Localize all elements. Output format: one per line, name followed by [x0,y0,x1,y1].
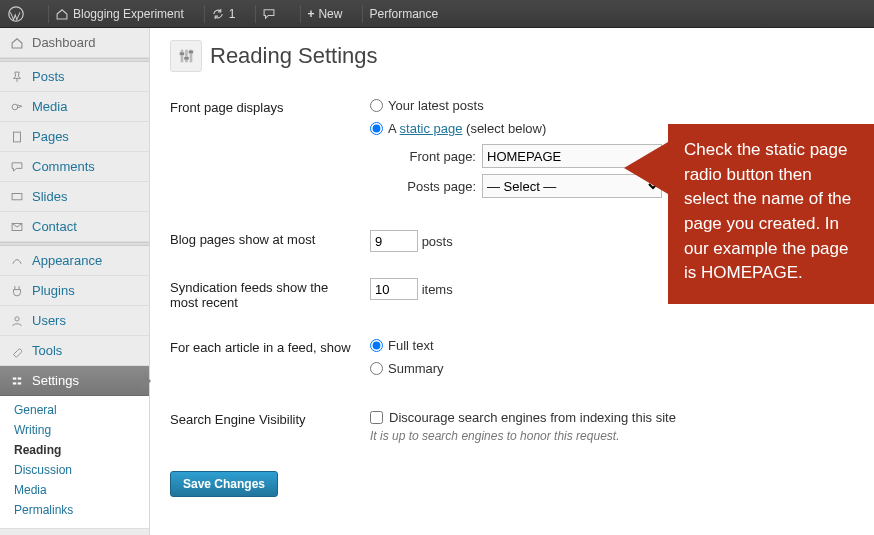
tools-icon [10,344,24,358]
svg-point-5 [15,316,19,320]
sidebar-item-label: Dashboard [32,35,96,50]
plus-icon: + [307,7,314,21]
admin-sidebar: Dashboard Posts Media Pages Comments Sli… [0,28,150,535]
refresh-icon [211,7,225,21]
svg-rect-6 [13,377,16,379]
content-area: Reading Settings Front page displays You… [150,28,874,535]
blog-pages-input[interactable] [370,230,418,252]
dashboard-icon [10,36,24,50]
sidebar-item-plugins[interactable]: Plugins [0,276,149,306]
sidebar-item-users[interactable]: Users [0,306,149,336]
performance-link[interactable]: Performance [369,7,438,21]
blog-pages-unit: posts [422,234,453,249]
annotation-callout: Check the static page radio button then … [668,124,874,304]
sidebar-item-label: Pages [32,129,69,144]
sidebar-item-label: Settings [32,373,79,388]
svg-rect-9 [18,382,22,384]
sub-general[interactable]: General [0,400,149,420]
row-label-feed-show: For each article in a feed, show [170,330,370,402]
sidebar-item-slides[interactable]: Slides [0,182,149,212]
sub-permalinks[interactable]: Permalinks [0,500,149,520]
settings-submenu: General Writing Reading Discussion Media… [0,396,149,529]
sidebar-item-appearance[interactable]: Appearance [0,246,149,276]
sidebar-item-label: Tools [32,343,62,358]
sidebar-item-label: Users [32,313,66,328]
sliders-icon [170,40,202,72]
sidebar-item-settings[interactable]: Settings [0,366,149,396]
svg-rect-11 [185,50,188,63]
comments-link[interactable] [262,7,280,21]
sub-reading[interactable]: Reading [0,440,149,460]
sub-writing[interactable]: Writing [0,420,149,440]
admin-bar: Blogging Experiment 1 + New Performance [0,0,874,28]
wp-logo[interactable] [8,6,28,22]
sidebar-item-dashboard[interactable]: Dashboard [0,28,149,58]
callout-text: Check the static page radio button then … [684,140,851,282]
sub-discussion[interactable]: Discussion [0,460,149,480]
page-icon [10,130,24,144]
front-page-select-label: Front page: [386,149,476,164]
wordpress-icon [8,6,24,22]
posts-page-select-label: Posts page: [386,179,476,194]
sidebar-item-tools[interactable]: Tools [0,336,149,366]
sidebar-item-pages[interactable]: Pages [0,122,149,152]
sidebar-item-label: Media [32,99,67,114]
slides-icon [10,190,24,204]
radio-full-label: Full text [388,338,434,353]
sev-checkbox[interactable] [370,411,383,424]
sidebar-item-comments[interactable]: Comments [0,152,149,182]
new-label: New [318,7,342,21]
svg-rect-15 [189,51,194,54]
settings-icon [10,374,24,388]
syndication-input[interactable] [370,278,418,300]
row-label-blog-pages: Blog pages show at most [170,222,370,270]
radio-summary-label: Summary [388,361,444,376]
sidebar-item-media[interactable]: Media [0,92,149,122]
syndication-unit: items [422,282,453,297]
svg-rect-10 [181,50,184,63]
home-icon [55,7,69,21]
static-page-link[interactable]: static page [400,121,463,136]
pin-icon [10,70,24,84]
performance-label: Performance [369,7,438,21]
svg-rect-7 [18,377,22,379]
svg-rect-8 [13,382,16,384]
radio-static-page[interactable] [370,122,383,135]
radio-full-text[interactable] [370,339,383,352]
comment-icon [10,160,24,174]
row-label-syndication: Syndication feeds show the most recent [170,270,370,330]
row-label-sev: Search Engine Visibility [170,402,370,461]
sidebar-item-label: Appearance [32,253,102,268]
save-button[interactable]: Save Changes [170,471,278,497]
sidebar-item-contact[interactable]: Contact [0,212,149,242]
users-icon [10,314,24,328]
radio-summary[interactable] [370,362,383,375]
updates-count: 1 [229,7,236,21]
sidebar-item-label: Plugins [32,283,75,298]
svg-rect-14 [184,57,189,60]
row-label-front-page: Front page displays [170,90,370,222]
site-name-label: Blogging Experiment [73,7,184,21]
svg-rect-2 [14,132,21,142]
svg-rect-3 [12,193,22,199]
site-name-link[interactable]: Blogging Experiment [55,7,184,21]
sev-checkbox-label: Discourage search engines from indexing … [389,410,676,425]
svg-point-1 [12,104,18,110]
svg-rect-13 [180,52,185,55]
page-title-text: Reading Settings [210,43,378,69]
radio-latest-posts[interactable] [370,99,383,112]
sub-media[interactable]: Media [0,480,149,500]
new-link[interactable]: + New [307,7,342,21]
sidebar-item-label: Comments [32,159,95,174]
sidebar-item-label: Contact [32,219,77,234]
sidebar-item-posts[interactable]: Posts [0,62,149,92]
sev-desc: It is up to search engines to honor this… [370,429,854,443]
updates-link[interactable]: 1 [211,7,236,21]
appearance-icon [10,254,24,268]
page-title: Reading Settings [170,40,854,72]
comment-icon [262,7,276,21]
contact-icon [10,220,24,234]
sidebar-item-label: Posts [32,69,65,84]
media-icon [10,100,24,114]
radio-latest-label: Your latest posts [388,98,484,113]
